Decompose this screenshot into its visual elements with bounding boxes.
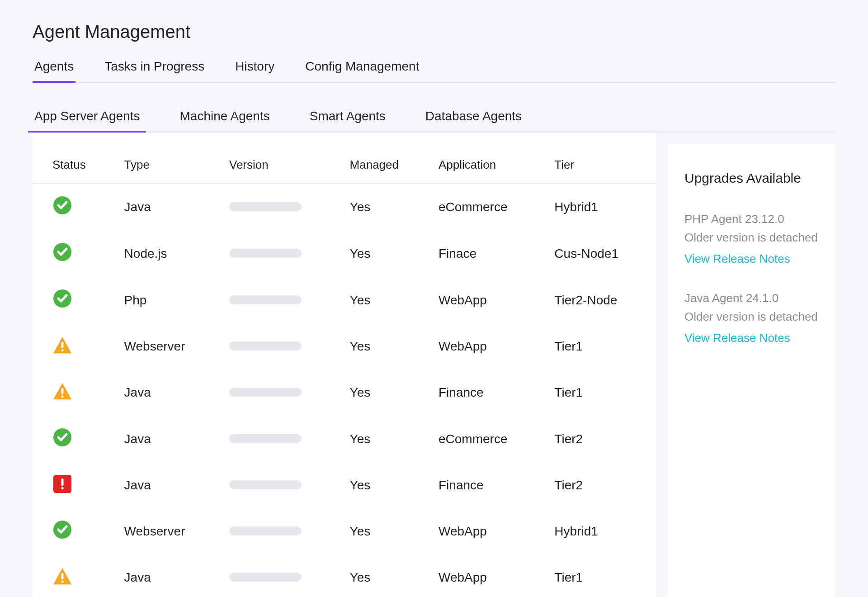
svg-rect-10 xyxy=(61,487,64,489)
status-warning-icon xyxy=(52,381,72,401)
cell-status xyxy=(33,462,116,508)
status-ok-icon xyxy=(52,520,72,540)
version-placeholder xyxy=(229,526,302,535)
svg-rect-6 xyxy=(61,396,64,398)
primary-tabs: AgentsTasks in ProgressHistoryConfig Man… xyxy=(33,55,835,83)
cell-application: WebApp xyxy=(430,277,546,323)
table-row[interactable]: JavaYesWebAppTier1 xyxy=(33,554,656,597)
upgrade-desc: Older version is detached xyxy=(684,230,819,246)
cell-tier: Tier2 xyxy=(546,416,656,462)
primary-tab-config-management[interactable]: Config Management xyxy=(303,55,421,82)
cell-managed: Yes xyxy=(342,462,430,508)
status-error-icon xyxy=(52,474,72,494)
cell-status xyxy=(33,230,116,277)
col-tier[interactable]: Tier xyxy=(546,133,656,183)
page-title: Agent Management xyxy=(33,22,835,42)
table-header-row: StatusTypeVersionManagedApplicationTier xyxy=(33,133,656,183)
cell-type: Java xyxy=(116,370,221,416)
col-managed[interactable]: Managed xyxy=(342,133,430,183)
table-row[interactable]: Node.jsYesFinaceCus-Node1 xyxy=(33,230,656,277)
secondary-tab-database-agents[interactable]: Database Agents xyxy=(424,104,524,132)
status-ok-icon xyxy=(52,242,72,262)
cell-version xyxy=(221,323,342,370)
cell-managed: Yes xyxy=(342,183,430,230)
cell-managed: Yes xyxy=(342,323,430,370)
upgrades-title: Upgrades Available xyxy=(684,170,819,187)
cell-tier: Hybrid1 xyxy=(546,508,656,554)
cell-tier: Tier1 xyxy=(546,370,656,416)
cell-application: WebApp xyxy=(430,508,546,554)
status-warning-icon xyxy=(52,566,72,586)
cell-status xyxy=(33,323,116,370)
cell-tier: Tier1 xyxy=(546,554,656,597)
version-placeholder xyxy=(229,295,302,304)
cell-application: WebApp xyxy=(430,554,546,597)
cell-version xyxy=(221,462,342,508)
table-row[interactable]: JavaYesFinanceTier2 xyxy=(33,462,656,508)
secondary-tab-smart-agents[interactable]: Smart Agents xyxy=(308,104,387,132)
upgrade-block: Java Agent 24.1.0Older version is detach… xyxy=(684,291,819,345)
table-row[interactable]: JavaYeseCommerceHybrid1 xyxy=(33,183,656,230)
cell-type: Java xyxy=(116,416,221,462)
table-row[interactable]: WebserverYesWebAppHybrid1 xyxy=(33,508,656,554)
version-placeholder xyxy=(229,434,302,443)
secondary-tab-app-server-agents[interactable]: App Server Agents xyxy=(33,104,142,132)
svg-rect-3 xyxy=(61,342,64,348)
table-row[interactable]: PhpYesWebAppTier2-Node xyxy=(33,277,656,323)
cell-version xyxy=(221,277,342,323)
cell-tier: Tier2 xyxy=(546,462,656,508)
svg-rect-5 xyxy=(61,388,64,394)
cell-type: Webserver xyxy=(116,323,221,370)
cell-application: Finance xyxy=(430,370,546,416)
view-release-notes-link[interactable]: View Release Notes xyxy=(684,331,819,345)
cell-type: Java xyxy=(116,554,221,597)
cell-tier: Cus-Node1 xyxy=(546,230,656,277)
cell-type: Webserver xyxy=(116,508,221,554)
col-version[interactable]: Version xyxy=(221,133,342,183)
cell-status xyxy=(33,416,116,462)
version-placeholder xyxy=(229,480,302,489)
upgrade-block: PHP Agent 23.12.0Older version is detach… xyxy=(684,212,819,266)
secondary-tab-machine-agents[interactable]: Machine Agents xyxy=(178,104,271,132)
version-placeholder xyxy=(229,341,302,351)
cell-type: Php xyxy=(116,277,221,323)
primary-tab-history[interactable]: History xyxy=(233,55,276,82)
view-release-notes-link[interactable]: View Release Notes xyxy=(684,252,819,266)
upgrade-name: Java Agent 24.1.0 xyxy=(684,291,819,305)
cell-status xyxy=(33,183,116,230)
cell-status xyxy=(33,277,116,323)
cell-managed: Yes xyxy=(342,508,430,554)
table-row[interactable]: WebserverYesWebAppTier1 xyxy=(33,323,656,370)
col-application[interactable]: Application xyxy=(430,133,546,183)
cell-type: Java xyxy=(116,462,221,508)
cell-managed: Yes xyxy=(342,416,430,462)
primary-tab-tasks-in-progress[interactable]: Tasks in Progress xyxy=(103,55,206,82)
svg-rect-13 xyxy=(61,581,64,583)
status-ok-icon xyxy=(52,427,72,447)
upgrade-name: PHP Agent 23.12.0 xyxy=(684,212,819,226)
agents-table: StatusTypeVersionManagedApplicationTier … xyxy=(33,133,656,597)
cell-application: Finace xyxy=(430,230,546,277)
cell-status xyxy=(33,370,116,416)
primary-tab-agents[interactable]: Agents xyxy=(33,55,75,82)
cell-version xyxy=(221,508,342,554)
status-ok-icon xyxy=(52,289,72,308)
table-row[interactable]: JavaYesFinanceTier1 xyxy=(33,370,656,416)
cell-type: Java xyxy=(116,183,221,230)
cell-status xyxy=(33,508,116,554)
secondary-tabs: App Server AgentsMachine AgentsSmart Age… xyxy=(33,104,835,133)
col-type[interactable]: Type xyxy=(116,133,221,183)
cell-type: Node.js xyxy=(116,230,221,277)
cell-managed: Yes xyxy=(342,554,430,597)
agents-table-card: StatusTypeVersionManagedApplicationTier … xyxy=(33,133,656,597)
col-status[interactable]: Status xyxy=(33,133,116,183)
cell-version xyxy=(221,554,342,597)
table-row[interactable]: JavaYeseCommerceTier2 xyxy=(33,416,656,462)
cell-managed: Yes xyxy=(342,277,430,323)
version-placeholder xyxy=(229,388,302,397)
cell-version xyxy=(221,183,342,230)
cell-status xyxy=(33,554,116,597)
version-placeholder xyxy=(229,573,302,582)
cell-managed: Yes xyxy=(342,230,430,277)
cell-version xyxy=(221,370,342,416)
